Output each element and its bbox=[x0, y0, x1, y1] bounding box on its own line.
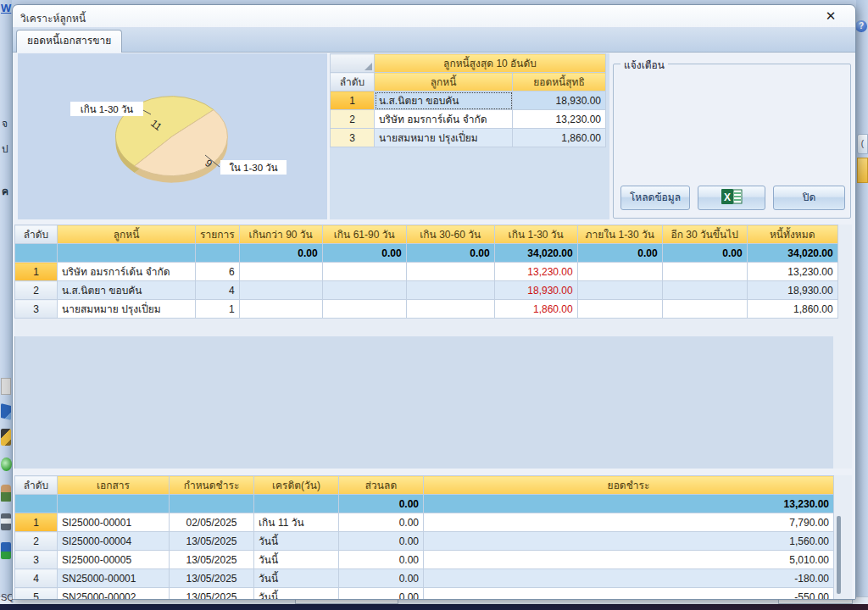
close-button[interactable]: ปิด bbox=[773, 186, 845, 210]
row-number: 3 bbox=[15, 551, 58, 569]
net-debt-cell[interactable]: 13,230.00 bbox=[513, 110, 606, 129]
total-debt-cell[interactable]: 1,860.00 bbox=[747, 300, 837, 319]
discount-cell[interactable]: 0.00 bbox=[339, 532, 424, 551]
discount-cell[interactable]: 0.00 bbox=[339, 569, 424, 588]
table-row[interactable]: 4 SN25000-00001 13/05/2025 วันนี้ 0.00 -… bbox=[15, 569, 834, 588]
items-cell[interactable]: 1 bbox=[196, 300, 240, 319]
summary-cell: 0.00 bbox=[406, 244, 494, 263]
table-row[interactable]: 2 SI25000-00004 13/05/2025 วันนี้ 0.00 1… bbox=[15, 532, 834, 551]
documents-grid: ลำดับ เอกสาร กำหนดชำระ เครดิต(วัน) ส่วนล… bbox=[14, 475, 852, 599]
summary-cell: 0.00 bbox=[239, 244, 322, 263]
top10-debtors-grid: ลูกหนี้สูงสุด 10 อันดับ ลำดับ ลูกหนี้ ยอ… bbox=[330, 53, 609, 219]
document-cell[interactable]: SN25000-00002 bbox=[58, 588, 170, 600]
amount-cell[interactable]: -550.00 bbox=[424, 588, 834, 600]
debtor-cell[interactable]: นายสมหมาย ปรุงเปี่ยม bbox=[58, 300, 196, 319]
net-debt-cell[interactable]: 18,930.00 bbox=[513, 92, 606, 110]
table-row[interactable]: 3 นายสมหมาย ปรุงเปี่ยม 1 1,860.00 1,860.… bbox=[15, 300, 838, 319]
table-row[interactable]: 1 น.ส.นิตยา ขอบคัน 18,930.00 bbox=[331, 92, 606, 110]
credit-days-cell[interactable]: วันนี้ bbox=[254, 551, 339, 569]
discount-cell[interactable]: 0.00 bbox=[339, 513, 424, 532]
close-icon[interactable]: ✕ bbox=[821, 8, 840, 25]
documents-table: ลำดับ เอกสาร กำหนดชำระ เครดิต(วัน) ส่วนล… bbox=[14, 475, 834, 599]
credit-days-cell[interactable]: วันนี้ bbox=[254, 588, 339, 600]
corner-triangle-icon bbox=[364, 63, 372, 70]
grid-corner-cell[interactable] bbox=[331, 54, 375, 73]
credit-days-cell[interactable]: วันนี้ bbox=[254, 569, 339, 588]
tab-sales-document-debt[interactable]: ยอดหนี้เอกสารขาย bbox=[16, 30, 122, 53]
col-header[interactable]: ภายใน 1-30 วัน bbox=[577, 225, 662, 244]
col-header[interactable]: หนี้ทั้งหมด bbox=[747, 225, 837, 244]
help-icon: ? bbox=[856, 20, 867, 32]
col-header[interactable]: ลำดับ bbox=[15, 476, 58, 495]
svg-text:X: X bbox=[724, 191, 731, 203]
col-header[interactable]: อีก 30 วันขึ้นไป bbox=[662, 225, 747, 244]
discount-cell[interactable]: 0.00 bbox=[339, 551, 424, 569]
export-icon bbox=[1, 542, 11, 559]
debtor-cell[interactable]: บริษัท อมรการ์เด้น จำกัด bbox=[58, 263, 196, 281]
debtor-cell[interactable]: น.ส.นิตยา ขอบคัน bbox=[58, 281, 196, 300]
discount-cell[interactable]: 0.00 bbox=[339, 588, 424, 600]
excel-icon: X bbox=[721, 188, 743, 205]
due-date-cell[interactable]: 13/05/2025 bbox=[170, 532, 254, 551]
debtor-name-cell[interactable]: น.ส.นิตยา ขอบคัน bbox=[375, 92, 513, 110]
debtor-name-cell[interactable]: บริษัท อมรการ์เด้น จำกัด bbox=[375, 110, 513, 129]
col-header[interactable]: ยอดหนี้สุทธิ bbox=[513, 73, 606, 92]
document-cell[interactable]: SI25000-00004 bbox=[58, 532, 170, 551]
globe-icon bbox=[1, 458, 12, 471]
vertical-scrollbar-thumb[interactable] bbox=[837, 516, 841, 594]
overdue-1-30-cell[interactable]: 13,230.00 bbox=[494, 263, 577, 281]
items-cell[interactable]: 4 bbox=[196, 281, 240, 300]
net-debt-cell[interactable]: 1,860.00 bbox=[513, 129, 606, 147]
load-data-button[interactable]: โหลดข้อมูล bbox=[620, 186, 690, 210]
total-debt-cell[interactable]: 18,930.00 bbox=[747, 281, 837, 300]
due-date-cell[interactable]: 13/05/2025 bbox=[170, 588, 254, 600]
amount-cell[interactable]: -180.00 bbox=[424, 569, 834, 588]
amount-cell[interactable]: 5,010.00 bbox=[424, 551, 834, 569]
table-row[interactable]: 5 SN25000-00002 13/05/2025 วันนี้ 0.00 -… bbox=[15, 588, 834, 600]
overdue-1-30-cell[interactable]: 18,930.00 bbox=[494, 281, 577, 300]
col-header[interactable]: เกิน 61-90 วัน bbox=[322, 225, 406, 244]
col-header[interactable]: ลำดับ bbox=[15, 225, 58, 244]
amount-cell[interactable]: 1,560.00 bbox=[424, 532, 834, 551]
table-row[interactable]: 2 บริษัท อมรการ์เด้น จำกัด 13,230.00 bbox=[331, 110, 606, 129]
col-header[interactable]: รายการ bbox=[196, 225, 240, 244]
items-cell[interactable]: 6 bbox=[196, 263, 240, 281]
due-date-cell[interactable]: 02/05/2025 bbox=[170, 513, 254, 532]
col-header[interactable]: ลูกหนี้ bbox=[58, 225, 196, 244]
table-row[interactable]: 1 SI25000-00001 02/05/2025 เกิน 11 วัน 0… bbox=[15, 513, 834, 532]
row-number: 1 bbox=[331, 92, 375, 110]
excel-export-button[interactable]: X bbox=[698, 186, 765, 210]
debtor-name-cell[interactable]: นายสมหมาย ปรุงเปี่ยม bbox=[375, 129, 513, 147]
col-header[interactable]: เอกสาร bbox=[58, 476, 170, 495]
overdue-1-30-cell[interactable]: 1,860.00 bbox=[494, 300, 577, 319]
col-header[interactable]: กำหนดชำระ bbox=[170, 476, 254, 495]
credit-days-cell[interactable]: วันนี้ bbox=[254, 532, 339, 551]
debtor-analysis-dialog: วิเคราะห์ลูกหนี้ ✕ ยอดหนี้เอกสารขาย เกิน… bbox=[12, 4, 856, 600]
col-header[interactable]: เกิน 1-30 วัน bbox=[494, 225, 577, 244]
due-date-cell[interactable]: 13/05/2025 bbox=[170, 551, 254, 569]
col-header[interactable]: เกิน 30-60 วัน bbox=[406, 225, 494, 244]
edge-menu-letter: ค bbox=[2, 183, 8, 199]
document-cell[interactable]: SN25000-00001 bbox=[58, 569, 170, 588]
col-header[interactable]: ลำดับ bbox=[331, 73, 375, 92]
col-header[interactable]: ยอดชำระ bbox=[424, 476, 834, 495]
table-row[interactable]: 2 น.ส.นิตยา ขอบคัน 4 18,930.00 18,930.00 bbox=[15, 281, 838, 300]
col-header[interactable]: เครดิต(วัน) bbox=[254, 476, 339, 495]
document-cell[interactable]: SI25000-00005 bbox=[58, 551, 170, 569]
amount-cell[interactable]: 7,790.00 bbox=[424, 513, 834, 532]
due-date-cell[interactable]: 13/05/2025 bbox=[170, 569, 254, 588]
row-number: 3 bbox=[15, 300, 58, 319]
credit-days-cell[interactable]: เกิน 11 วัน bbox=[254, 513, 339, 532]
dialog-content: เกิน 1-30 วัน 11 ใน 1-30 วัน 9 ลูกหนี้สู… bbox=[13, 53, 855, 599]
col-header[interactable]: ส่วนลด bbox=[339, 476, 424, 495]
table-row[interactable]: 3 SI25000-00005 13/05/2025 วันนี้ 0.00 5… bbox=[15, 551, 834, 569]
aging-table: ลำดับ ลูกหนี้ รายการ เกินกว่า 90 วัน เกิ… bbox=[14, 225, 838, 319]
table-row[interactable]: 1 บริษัท อมรการ์เด้น จำกัด 6 13,230.00 1… bbox=[15, 263, 838, 281]
row-number: 4 bbox=[15, 569, 58, 588]
table-row[interactable]: 3 นายสมหมาย ปรุงเปี่ยม 1,860.00 bbox=[331, 129, 606, 147]
col-header[interactable]: เกินกว่า 90 วัน bbox=[239, 225, 322, 244]
col-header[interactable]: ลูกหนี้ bbox=[375, 73, 513, 92]
document-cell[interactable]: SI25000-00001 bbox=[58, 513, 170, 532]
pie-label-over: เกิน 1-30 วัน bbox=[81, 104, 134, 114]
total-debt-cell[interactable]: 13,230.00 bbox=[747, 263, 837, 281]
